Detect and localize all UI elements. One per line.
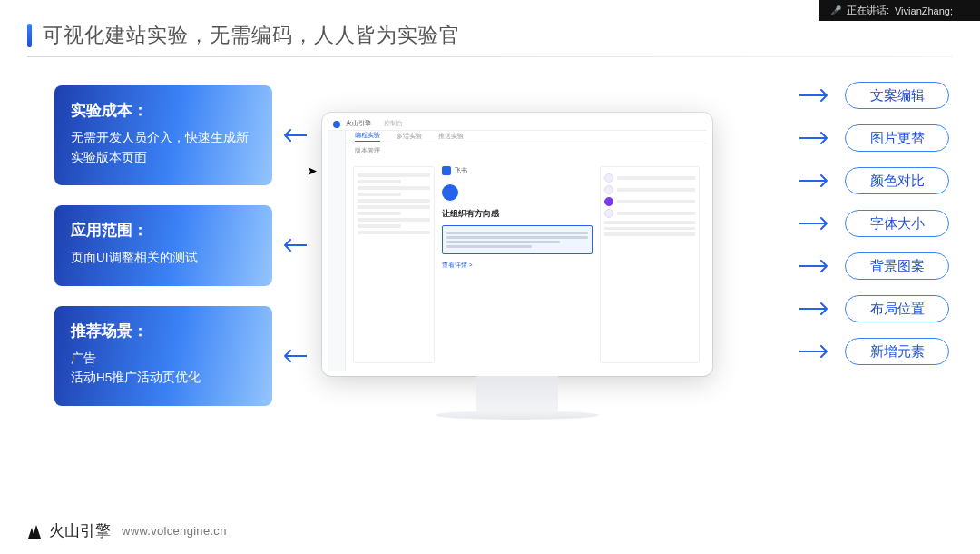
pill-label: 文案编辑 (870, 87, 925, 104)
mock-section-label: 版本管理 (346, 143, 707, 159)
speaker-label: 正在讲话: (847, 4, 889, 17)
mock-breadcrumb: 控制台 (384, 120, 403, 128)
mock-tab[interactable]: 推送实验 (438, 133, 464, 141)
left-card-column: 实验成本： 无需开发人员介入，快速生成新实验版本页面 应用范围： 页面UI调整相… (54, 85, 272, 406)
arrow-right-icon (799, 217, 834, 230)
brand-url: www.volcengine.cn (122, 524, 227, 538)
footer: 火山引擎 www.volcengine.cn (25, 520, 227, 541)
arrow-left-icon (279, 350, 307, 362)
pill-label: 背景图案 (870, 258, 925, 275)
mock-main: 编程实验 多活实验 推送实验 版本管理 (346, 131, 707, 371)
mock-topbar: 火山引擎 控制台 (328, 118, 707, 131)
arrow-right-icon (799, 260, 834, 272)
page-title: 可视化建站实验，无需编码，人人皆为实验官 (43, 22, 460, 49)
pill-label: 图片更替 (870, 130, 925, 147)
card-cost: 实验成本： 无需开发人员介入，快速生成新实验版本页面 (54, 85, 272, 185)
monitor-stand (476, 376, 558, 412)
brand-logo: 火山引擎 (25, 520, 111, 541)
arrow-right-icon (799, 302, 834, 315)
mock-selected-block[interactable] (442, 225, 593, 254)
card-scope: 应用范围： 页面UI调整相关的测试 (54, 205, 272, 286)
cursor-icon: ➤ (307, 163, 318, 178)
pill-layout-position[interactable]: 布局位置 (845, 295, 949, 322)
header-divider (27, 56, 953, 57)
mock-product-name: 火山引擎 (346, 120, 371, 128)
pill-color-contrast[interactable]: 颜色对比 (845, 167, 949, 194)
pill-row: 文案编辑 (799, 82, 949, 109)
brand-name: 火山引擎 (49, 520, 111, 541)
pill-add-element[interactable]: 新增元素 (845, 338, 949, 365)
pill-image-replace[interactable]: 图片更替 (845, 124, 949, 152)
pill-background[interactable]: 背景图案 (845, 252, 949, 280)
mock-center-panel: 飞书 让组织有方向感 查看详情 > (442, 166, 593, 363)
mock-avatar-icon (442, 184, 458, 201)
main-area: 实验成本： 无需开发人员介入，快速生成新实验版本页面 应用范围： 页面UI调整相… (0, 76, 980, 512)
mock-left-panel (353, 166, 435, 363)
card-scenario-body: 广告 活动H5推广活动页优化 (71, 349, 256, 388)
pill-font-size[interactable]: 字体大小 (845, 210, 949, 237)
mock-right-panel (600, 166, 700, 363)
card-cost-title: 实验成本： (71, 100, 256, 121)
mock-brand-icon (442, 166, 451, 175)
mock-body: 编程实验 多活实验 推送实验 版本管理 (328, 131, 707, 371)
mock-content: 飞书 让组织有方向感 查看详情 > (346, 159, 707, 371)
arrow-left-icon (279, 129, 307, 142)
monitor-mockup: 火山引擎 控制台 编程实验 多活实验 推送实验 版本管理 (322, 113, 712, 420)
card-scenario-title: 推荐场景： (71, 321, 256, 341)
mock-tabs: 编程实验 多活实验 推送实验 (346, 131, 707, 143)
arrow-right-icon (799, 345, 834, 358)
mock-center-header: 飞书 (442, 166, 593, 175)
right-pill-column: 文案编辑 图片更替 颜色对比 字体大小 背景图案 布局位置 新增元素 (799, 82, 949, 365)
mock-link[interactable]: 查看详情 > (442, 262, 593, 270)
arrow-left-icon (279, 239, 307, 252)
mock-selected-chip-icon (604, 197, 613, 206)
mock-tab[interactable]: 多活实验 (397, 133, 422, 141)
volcano-icon (25, 522, 44, 540)
card-cost-body: 无需开发人员介入，快速生成新实验版本页面 (71, 128, 256, 167)
pill-label: 新增元素 (870, 343, 925, 361)
mock-brand-small: 飞书 (455, 167, 467, 175)
title-accent-bar (27, 24, 32, 47)
card-scope-body: 页面UI调整相关的测试 (71, 248, 256, 268)
mock-tab-active[interactable]: 编程实验 (355, 132, 380, 142)
pill-label: 布局位置 (870, 301, 925, 318)
speaker-name: VivianZhang; (895, 5, 953, 16)
card-scope-title: 应用范围： (71, 220, 256, 241)
mock-sidebar (328, 131, 346, 371)
arrow-right-icon (799, 132, 834, 144)
speaker-badge: 🎤 正在讲话: VivianZhang; (819, 0, 980, 21)
arrow-right-icon (799, 89, 834, 102)
mock-headline: 让组织有方向感 (442, 209, 593, 220)
pill-label: 颜色对比 (870, 173, 925, 190)
monitor-screen: 火山引擎 控制台 编程实验 多活实验 推送实验 版本管理 (322, 113, 712, 376)
pill-text-edit[interactable]: 文案编辑 (845, 82, 949, 109)
monitor-base (436, 411, 599, 420)
pill-label: 字体大小 (870, 215, 925, 232)
mock-logo-icon (333, 121, 340, 128)
arrow-right-icon (799, 174, 834, 187)
card-scenario: 推荐场景： 广告 活动H5推广活动页优化 (54, 306, 272, 406)
mic-icon: 🎤 (830, 5, 841, 15)
mock-app: 火山引擎 控制台 编程实验 多活实验 推送实验 版本管理 (328, 118, 707, 371)
